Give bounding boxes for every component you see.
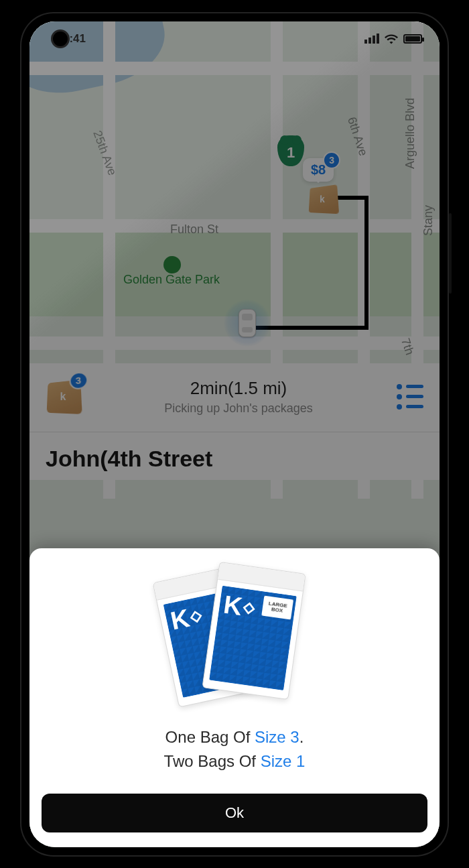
power-button [449,213,452,294]
front-camera [51,29,70,48]
ok-button[interactable]: Ok [42,794,427,832]
sheet-line-2: Two Bags Of Size 1 [42,752,427,771]
bag-illustration: K K LARGE BOX [161,567,308,715]
sheet-line-1: One Bag Of Size 3. [42,728,427,747]
envelope-label: LARGE BOX [261,595,293,619]
bag-size-sheet: K K LARGE BOX One Bag Of Size 3. Two Bag… [29,548,440,847]
phone-frame: 25th Ave 6th Ave Arguello Blvd Fulton St… [20,12,449,857]
size-link[interactable]: Size 3 [255,728,299,746]
screen-glare [29,21,440,521]
envelope-icon: K LARGE BOX [202,561,306,699]
size-link[interactable]: Size 1 [261,752,306,770]
screen: 25th Ave 6th Ave Arguello Blvd Fulton St… [29,21,440,847]
